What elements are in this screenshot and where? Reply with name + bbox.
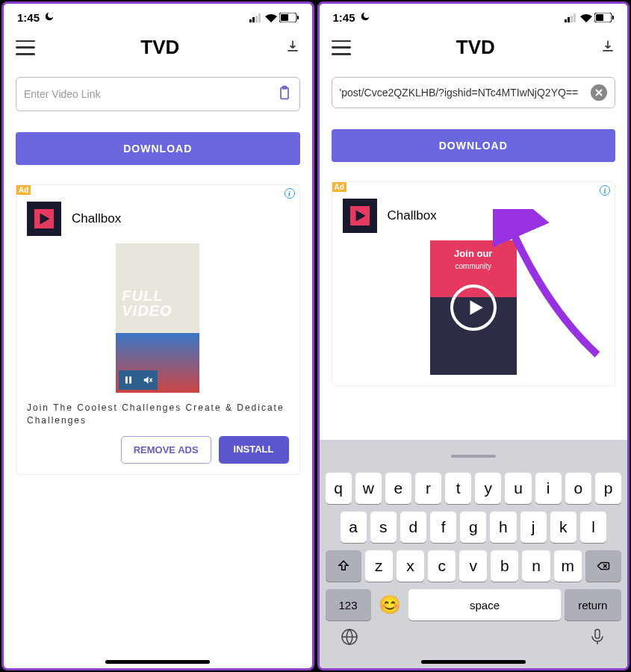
mic-icon[interactable]	[588, 628, 606, 649]
status-icons	[249, 13, 299, 22]
install-button[interactable]: INSTALL	[219, 436, 289, 464]
svg-rect-20	[596, 14, 603, 21]
key-z[interactable]: z	[365, 550, 393, 582]
svg-rect-10	[125, 376, 128, 383]
key-n[interactable]: n	[522, 550, 550, 582]
pause-icon[interactable]	[119, 370, 138, 390]
key-q[interactable]: q	[326, 473, 352, 504]
key-y[interactable]: y	[475, 473, 501, 504]
status-time: 1:45	[333, 11, 355, 24]
key-space[interactable]: space	[408, 589, 560, 620]
home-indicator[interactable]	[421, 660, 526, 664]
clipboard-icon[interactable]	[277, 84, 292, 104]
focus-moon-icon	[44, 11, 55, 24]
svg-rect-6	[281, 14, 288, 21]
ad-badge: Ad	[16, 185, 31, 195]
key-backspace[interactable]	[585, 550, 621, 582]
keyboard-suggestion-bar	[323, 444, 625, 468]
svg-rect-17	[574, 13, 576, 22]
downloads-icon[interactable]	[600, 39, 615, 57]
key-shift[interactable]	[326, 550, 361, 582]
ad-description: Join The Coolest Challenges Create & Ded…	[27, 402, 289, 427]
globe-icon[interactable]	[341, 628, 358, 649]
key-g[interactable]: g	[460, 511, 486, 543]
ad-card: Ad i Challbox Join ourcommunity	[332, 181, 616, 386]
ad-logo-icon	[343, 199, 377, 233]
mute-icon[interactable]	[138, 370, 158, 390]
key-d[interactable]: d	[400, 511, 426, 543]
svg-rect-11	[129, 376, 131, 383]
keyboard-row2: a s d f g h j k l	[323, 511, 625, 543]
play-icon[interactable]	[450, 284, 497, 331]
home-indicator[interactable]	[105, 660, 210, 664]
key-b[interactable]: b	[491, 550, 518, 582]
ad-info-icon[interactable]: i	[285, 188, 295, 199]
top-nav: TVD	[4, 27, 312, 63]
page-title: TVD	[140, 36, 179, 59]
key-i[interactable]: i	[535, 473, 562, 504]
key-f[interactable]: f	[430, 511, 456, 543]
ad-name: Challbox	[72, 211, 121, 226]
focus-moon-icon	[360, 11, 370, 24]
downloads-icon[interactable]	[285, 39, 300, 57]
key-m[interactable]: m	[554, 550, 582, 582]
download-button[interactable]: DOWNLOAD	[16, 132, 300, 165]
ad-logo-icon	[27, 202, 61, 236]
page-title: TVD	[456, 36, 495, 59]
key-x[interactable]: x	[397, 550, 424, 582]
video-link-input-row[interactable]	[16, 77, 300, 111]
key-c[interactable]: c	[428, 550, 456, 582]
screen-left: 1:45 TVD DOWNLOAD Ad i	[1, 1, 314, 671]
key-s[interactable]: s	[370, 511, 397, 543]
svg-rect-1	[252, 17, 255, 22]
key-l[interactable]: l	[580, 511, 606, 543]
key-j[interactable]: j	[520, 511, 547, 543]
key-o[interactable]: o	[565, 473, 591, 504]
remove-ads-button[interactable]: REMOVE ADS	[121, 436, 211, 464]
key-h[interactable]: h	[490, 511, 516, 543]
svg-rect-5	[297, 16, 299, 19]
top-nav: TVD	[320, 27, 628, 63]
svg-rect-3	[258, 13, 261, 22]
status-bar: 1:45	[320, 4, 628, 27]
keyboard-row4: 123 😊 space return	[323, 589, 625, 620]
key-w[interactable]: w	[355, 473, 382, 504]
key-u[interactable]: u	[505, 473, 531, 504]
status-icons	[565, 13, 614, 22]
video-link-input-row[interactable]	[332, 77, 616, 108]
svg-rect-0	[249, 19, 252, 22]
svg-rect-16	[571, 16, 573, 22]
menu-icon[interactable]	[16, 40, 35, 55]
svg-rect-2	[255, 16, 258, 22]
status-bar: 1:45	[4, 4, 312, 27]
svg-rect-23	[595, 629, 600, 638]
key-r[interactable]: r	[415, 473, 441, 504]
video-link-input[interactable]	[24, 88, 277, 100]
ad-badge: Ad	[332, 182, 346, 192]
ad-video[interactable]: FULLVIDEO	[116, 243, 199, 393]
key-a[interactable]: a	[341, 511, 367, 543]
key-k[interactable]: k	[550, 511, 576, 543]
key-t[interactable]: t	[445, 473, 471, 504]
key-emoji[interactable]: 😊	[375, 589, 405, 620]
status-time: 1:45	[17, 11, 40, 24]
ad-video[interactable]: Join ourcommunity	[430, 240, 517, 375]
screen-right: 1:45 TVD DOWNLOAD Ad i	[317, 1, 630, 671]
menu-icon[interactable]	[332, 40, 351, 55]
key-v[interactable]: v	[459, 550, 487, 582]
svg-rect-14	[565, 19, 567, 22]
key-123[interactable]: 123	[326, 589, 371, 620]
video-link-input[interactable]	[340, 87, 591, 99]
ad-info-icon[interactable]: i	[600, 185, 610, 196]
keyboard-row1: q w e r t y u i o p	[323, 473, 625, 504]
svg-rect-19	[612, 16, 614, 19]
keyboard: q w e r t y u i o p a s d f g h j k l z …	[320, 440, 628, 668]
ad-name: Challbox	[388, 208, 437, 223]
keyboard-row3: z x c v b n m	[323, 550, 625, 582]
clear-input-icon[interactable]	[591, 84, 607, 101]
key-p[interactable]: p	[595, 473, 621, 504]
ad-card: Ad i Challbox FULLVIDEO Join The Coolest…	[16, 184, 300, 475]
key-e[interactable]: e	[385, 473, 411, 504]
download-button[interactable]: DOWNLOAD	[332, 129, 616, 162]
key-return[interactable]: return	[565, 589, 621, 620]
